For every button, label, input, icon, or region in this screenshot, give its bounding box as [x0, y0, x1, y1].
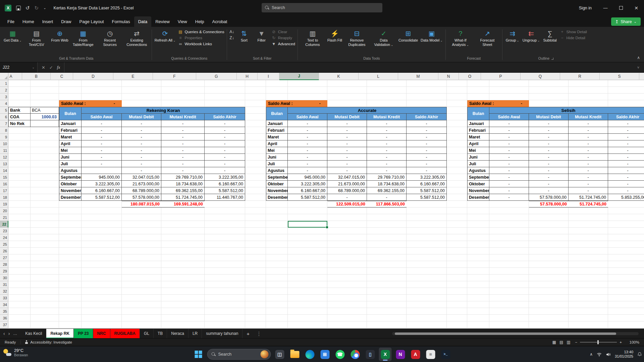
cell-K7[interactable]: - — [327, 120, 367, 127]
start-button[interactable] — [192, 348, 205, 361]
cell-O16[interactable]: Oktober — [467, 181, 489, 187]
column-header-F[interactable]: F — [153, 73, 196, 80]
cell-E12[interactable]: - — [122, 154, 161, 161]
column-header-R[interactable]: R — [560, 73, 600, 80]
tray-chevron-up-icon[interactable]: ∧ — [590, 352, 593, 357]
sheet-tab-rekap-rk[interactable]: Rekap RK — [46, 329, 74, 338]
row-header-23[interactable]: 23 — [0, 228, 8, 234]
cell-R16[interactable]: - — [569, 181, 608, 187]
sheet-tab-neraca[interactable]: Neraca — [167, 329, 189, 338]
cell-B5[interactable]: BCA — [31, 107, 59, 114]
cell-S17[interactable]: - — [608, 187, 644, 194]
cell-J11[interactable]: - — [288, 147, 327, 154]
cell-P13[interactable]: - — [489, 161, 529, 167]
properties-button[interactable]: ≡Properties — [178, 36, 224, 40]
row-header-27[interactable]: 27 — [0, 254, 8, 261]
share-button[interactable]: ↥ Share ⌄ — [611, 17, 641, 26]
cell-E15[interactable]: 32.047.015,00 — [122, 174, 161, 181]
cell-S9[interactable]: - — [608, 134, 644, 140]
cell-S14[interactable]: - — [608, 167, 644, 174]
cell-S18[interactable]: 5.853.255,00 — [608, 194, 644, 201]
cell-J10[interactable]: - — [288, 140, 327, 147]
cell-R14[interactable]: - — [569, 167, 608, 174]
cell-D9[interactable]: - — [82, 134, 122, 140]
row-header-10[interactable]: 10 — [0, 140, 8, 147]
cell-F18[interactable]: 51.724.745,00 — [161, 194, 205, 201]
cell-S10[interactable]: - — [608, 140, 644, 147]
cell-M13[interactable]: - — [407, 161, 447, 167]
cell-S12[interactable]: - — [608, 154, 644, 161]
cell-D5[interactable]: Rekening Koran — [82, 107, 245, 114]
selected-cell-J22[interactable] — [288, 221, 327, 228]
row-header-37[interactable]: 37 — [0, 321, 8, 328]
cell-L10[interactable]: - — [367, 140, 407, 147]
cell-I18[interactable]: Desember — [266, 194, 288, 201]
minimize-button[interactable]: — — [598, 0, 613, 16]
clear-button[interactable]: ⊘Clear — [271, 29, 295, 34]
ribbon-tab-home[interactable]: Home — [18, 16, 38, 27]
cell-O10[interactable]: April — [467, 140, 489, 147]
sheet-tab-rugilaba[interactable]: RUGILABA — [110, 329, 140, 338]
cell-D17[interactable]: 6.160.667,00 — [82, 187, 122, 194]
zoom-out-icon[interactable]: − — [575, 340, 578, 344]
cell-O17[interactable]: November — [467, 187, 489, 194]
cell-S13[interactable]: - — [608, 161, 644, 167]
tab-scroll-divider[interactable]: ⋮ — [254, 329, 264, 338]
cell-G18[interactable]: 11.440.767,00 — [205, 194, 245, 201]
column-header-B[interactable]: B — [22, 73, 51, 80]
filter-button[interactable]: ▼Filter — [253, 28, 270, 43]
queries-connections-button[interactable]: ▤Queries & Connections — [178, 29, 224, 34]
cell-O5[interactable]: Bulan — [467, 107, 489, 120]
cell-grid[interactable]: BankBCACOA1000.03No RekSaldo Awal :-Bula… — [0, 80, 644, 328]
cell-P12[interactable]: - — [489, 154, 529, 161]
cell-M17[interactable]: 5.587.512,00 — [407, 187, 447, 194]
cell-C4[interactable]: Saldo Awal :- — [59, 100, 122, 107]
row-header-15[interactable]: 15 — [0, 174, 8, 181]
ribbon-tab-file[interactable]: File — [3, 16, 18, 27]
row-header-26[interactable]: 26 — [0, 248, 8, 254]
cell-F17[interactable]: 69.362.155,00 — [161, 187, 205, 194]
cell-R7[interactable]: - — [569, 120, 608, 127]
cell-Q19[interactable]: 57.578.000,00 — [529, 201, 569, 207]
cell-K14[interactable]: - — [327, 167, 367, 174]
cell-G14[interactable]: - — [205, 167, 245, 174]
sheet-tab-nrc[interactable]: NRC — [93, 329, 110, 338]
column-header-K[interactable]: K — [319, 73, 359, 80]
column-header-M[interactable]: M — [398, 73, 438, 80]
cell-Q10[interactable]: - — [529, 140, 569, 147]
row-header-8[interactable]: 8 — [0, 127, 8, 134]
cell-E18[interactable]: 57.578.000,00 — [122, 194, 161, 201]
cell-F7[interactable]: - — [161, 120, 205, 127]
cell-J12[interactable]: - — [288, 154, 327, 161]
enter-icon[interactable]: ✓ — [49, 65, 53, 70]
cell-F9[interactable]: - — [161, 134, 205, 140]
cell-J16[interactable]: 3.222.305,00 — [288, 181, 327, 187]
cell-M18[interactable]: 5.587.512,00 — [407, 194, 447, 201]
cell-K8[interactable]: - — [327, 127, 367, 134]
cell-R10[interactable]: - — [569, 140, 608, 147]
cell-P18[interactable]: - — [489, 194, 529, 201]
maximize-button[interactable] — [613, 0, 629, 16]
cell-P9[interactable]: - — [489, 134, 529, 140]
cell-G13[interactable]: - — [205, 161, 245, 167]
cell-O4[interactable]: Saldo Awal :- — [467, 100, 529, 107]
cell-D13[interactable]: - — [82, 161, 122, 167]
row-header-19[interactable]: 19 — [0, 201, 8, 207]
column-header-J[interactable]: J — [279, 73, 319, 80]
ribbon-tab-data[interactable]: Data — [134, 16, 151, 27]
cell-Q7[interactable]: - — [529, 120, 569, 127]
cell-Q15[interactable]: - — [529, 174, 569, 181]
cell-M12[interactable]: - — [407, 154, 447, 161]
cell-J9[interactable]: - — [288, 134, 327, 140]
zoom-slider-thumb[interactable] — [597, 340, 599, 344]
dialog-launcher-icon[interactable] — [551, 58, 553, 60]
horizontal-scrollbar-thumb[interactable] — [395, 333, 616, 335]
cell-S11[interactable]: - — [608, 147, 644, 154]
customize-toolbar-icon[interactable]: ⌄ — [43, 6, 46, 10]
row-header-36[interactable]: 36 — [0, 315, 8, 321]
cell-L11[interactable]: - — [367, 147, 407, 154]
formula-input[interactable] — [64, 62, 633, 72]
cell-C16[interactable]: Oktober — [59, 181, 82, 187]
cell-E7[interactable]: - — [122, 120, 161, 127]
cell-C15[interactable]: September — [59, 174, 82, 181]
